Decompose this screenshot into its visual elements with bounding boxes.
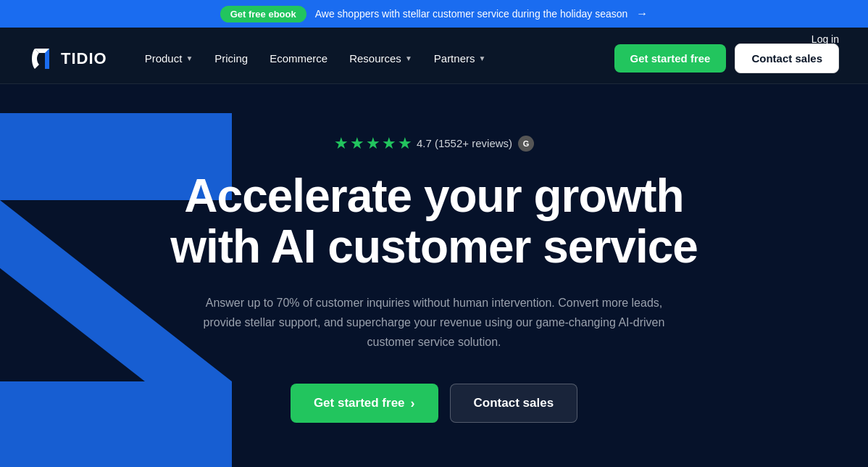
star-2: ★ — [350, 134, 364, 153]
main-nav: Product ▼ Pricing Ecommerce Resources ▼ … — [136, 46, 495, 70]
hero-get-started-button[interactable]: Get started free › — [291, 384, 438, 423]
hero-section: ★ ★ ★ ★ ★ 4.7 (1552+ reviews) G Accelera… — [0, 84, 868, 467]
resources-chevron-icon: ▼ — [405, 54, 412, 62]
header-top-section: Log in — [0, 28, 868, 33]
header: TIDIO Product ▼ Pricing Ecommerce Resour… — [0, 33, 868, 84]
capterra-icon: G — [518, 136, 534, 152]
product-chevron-icon: ▼ — [185, 54, 193, 62]
nav-item-resources[interactable]: Resources ▼ — [341, 46, 421, 70]
hero-content: ★ ★ ★ ★ ★ 4.7 (1552+ reviews) G Accelera… — [170, 134, 698, 423]
hero-subtitle: Answer up to 70% of customer inquiries w… — [202, 293, 666, 352]
arrow-icon: › — [411, 396, 415, 411]
logo-icon — [29, 46, 55, 72]
nav-item-ecommerce[interactable]: Ecommerce — [261, 46, 336, 70]
star-1: ★ — [334, 134, 349, 153]
star-rating: ★ ★ ★ ★ ★ — [334, 134, 412, 153]
hero-rating: ★ ★ ★ ★ ★ 4.7 (1552+ reviews) G — [170, 134, 698, 153]
hero-contact-sales-button[interactable]: Contact sales — [450, 384, 578, 423]
rating-text: 4.7 (1552+ reviews) — [417, 137, 512, 149]
nav-item-partners[interactable]: Partners ▼ — [425, 46, 495, 70]
header-get-started-button[interactable]: Get started free — [614, 44, 727, 73]
star-5: ★ — [398, 134, 412, 153]
nav-item-pricing[interactable]: Pricing — [206, 46, 256, 70]
top-banner-cta[interactable]: Get free ebook — [220, 6, 306, 22]
login-link[interactable]: Log in — [811, 33, 839, 45]
top-banner-text: Awe shoppers with stellar customer servi… — [315, 8, 628, 20]
logo-text: TIDIO — [61, 49, 107, 68]
partners-chevron-icon: ▼ — [478, 54, 485, 62]
logo[interactable]: TIDIO — [29, 46, 107, 72]
top-banner-arrow: → — [636, 7, 648, 20]
header-left: TIDIO Product ▼ Pricing Ecommerce Resour… — [29, 46, 494, 72]
header-right: Get started free Contact sales — [614, 44, 839, 73]
star-3: ★ — [366, 134, 380, 153]
star-4: ★ — [382, 134, 396, 153]
hero-cta-buttons: Get started free › Contact sales — [170, 384, 698, 423]
header-contact-sales-button[interactable]: Contact sales — [735, 44, 839, 73]
hero-title: Accelerate your growthwith AI customer s… — [170, 170, 698, 273]
top-banner: Get free ebook Awe shoppers with stellar… — [0, 0, 868, 28]
nav-item-product[interactable]: Product ▼ — [136, 46, 202, 70]
